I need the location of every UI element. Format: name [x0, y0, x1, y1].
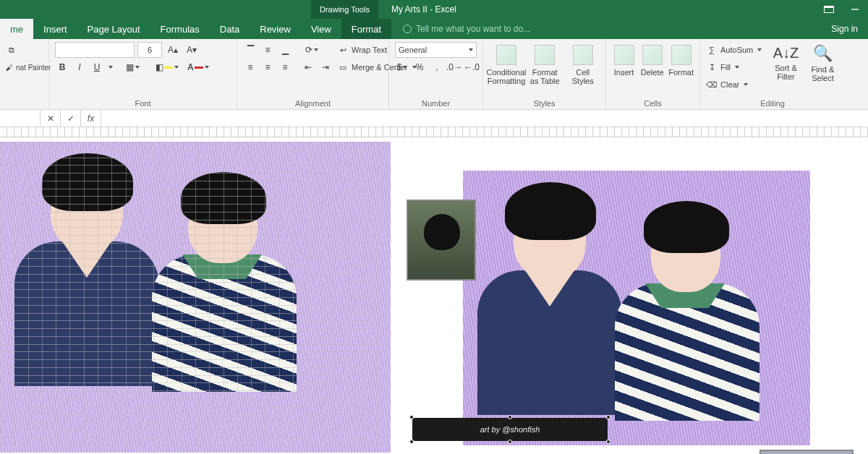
conditional-formatting-icon	[496, 45, 516, 65]
svg-rect-1	[825, 7, 834, 9]
delete-cells-icon	[642, 45, 663, 65]
group-font-label: Font	[55, 98, 231, 108]
group-styles: Conditional Formatting Format as Table C…	[483, 39, 606, 109]
enter-icon[interactable]: ✓	[61, 110, 81, 127]
sort-filter-icon: A↓Z	[773, 45, 799, 61]
fill-color-button[interactable]: ◧	[153, 60, 182, 74]
font-color-icon: A	[187, 62, 194, 72]
format-cells-button[interactable]: Format	[668, 42, 694, 94]
selection-handle[interactable]	[606, 415, 610, 419]
autosum-button[interactable]: ∑ AutoSum	[706, 42, 765, 58]
minimize-icon[interactable]	[842, 0, 868, 19]
fill-button[interactable]: ↧ Fill	[706, 59, 765, 75]
increase-indent-icon[interactable]: ⇥	[318, 60, 333, 74]
selection-handle[interactable]	[508, 440, 512, 444]
font-name-combo[interactable]	[55, 42, 135, 58]
group-number: General $ % , .0→ ←.0 Number	[389, 39, 483, 109]
artwork-selected-shapes[interactable]	[0, 142, 391, 453]
tab-home[interactable]: me	[0, 19, 33, 39]
flower-overlay-icon	[435, 230, 456, 250]
increase-decimal-icon[interactable]: .0→	[447, 60, 461, 74]
underline-button[interactable]: U	[90, 60, 104, 74]
insert-cells-button[interactable]: Insert	[612, 42, 636, 94]
tab-formulas[interactable]: Formulas	[150, 19, 210, 39]
cell-styles-button[interactable]: Cell Styles	[566, 42, 600, 94]
align-bottom-icon[interactable]: ▁	[278, 43, 292, 57]
decrease-font-icon[interactable]: A▾	[184, 43, 200, 57]
group-editing: ∑ AutoSum ↧ Fill ⌫ Clear A↓Z Sort & Filt…	[700, 39, 845, 109]
insert-function-button[interactable]: fx	[81, 110, 101, 127]
sort-filter-button[interactable]: A↓Z Sort & Filter	[770, 42, 802, 94]
eraser-icon: ⌫	[706, 79, 718, 90]
selection-handle[interactable]	[508, 415, 512, 419]
underline-dropdown-icon[interactable]	[109, 66, 113, 69]
horizontal-ruler	[0, 127, 868, 137]
tell-me-search[interactable]: Tell me what you want to do...	[391, 19, 821, 39]
selection-handle[interactable]	[409, 415, 414, 419]
format-as-table-button[interactable]: Format as Table	[528, 42, 562, 94]
format-painter-button[interactable]: 🖌 nat Painter	[6, 59, 43, 75]
bold-button[interactable]: B	[55, 60, 69, 74]
signature-text: art by @shonfish	[480, 425, 540, 434]
number-format-combo[interactable]: General	[395, 42, 477, 58]
tell-me-placeholder: Tell me what you want to do...	[416, 24, 530, 34]
selection-handle[interactable]	[409, 440, 414, 444]
formula-input[interactable]	[101, 110, 868, 127]
reference-photo-bottom[interactable]	[760, 450, 854, 454]
reference-photo-top[interactable]	[407, 200, 476, 280]
artwork-rendered[interactable]	[463, 171, 810, 445]
increase-font-icon[interactable]: A▴	[165, 43, 181, 57]
document-title: My Arts II - Excel	[378, 0, 469, 19]
align-top-icon[interactable]: ▔	[243, 43, 258, 57]
figure-right-person-editing	[0, 142, 391, 453]
tab-insert[interactable]: Insert	[33, 19, 77, 39]
group-clipboard: ⧉ 🖌 nat Painter	[0, 39, 49, 109]
sign-in-link[interactable]: Sign in	[821, 19, 868, 39]
worksheet-canvas[interactable]: art by @shonfish	[0, 127, 868, 454]
tab-page-layout[interactable]: Page Layout	[77, 19, 150, 39]
name-box[interactable]	[0, 110, 41, 127]
italic-button[interactable]: I	[72, 60, 87, 74]
signature-textbox[interactable]: art by @shonfish	[412, 418, 608, 441]
orientation-icon[interactable]: ⟳	[302, 43, 321, 57]
align-middle-icon[interactable]: ≡	[260, 43, 275, 57]
decrease-indent-icon[interactable]: ⇤	[301, 60, 315, 74]
copy-button[interactable]: ⧉	[6, 42, 43, 58]
cancel-icon[interactable]: ✕	[41, 110, 61, 127]
font-color-button[interactable]: A	[184, 60, 212, 74]
group-alignment-label: Alignment	[243, 98, 383, 108]
percent-format-icon[interactable]: %	[412, 60, 427, 74]
ribbon-display-options-icon[interactable]	[816, 0, 842, 19]
lightbulb-icon	[403, 25, 412, 33]
find-select-button[interactable]: 🔍 Find & Select	[807, 42, 839, 94]
selection-handle[interactable]	[606, 440, 610, 444]
cell-styles-icon	[573, 45, 593, 65]
tab-view[interactable]: View	[301, 19, 341, 39]
group-styles-label: Styles	[489, 98, 600, 108]
align-center-icon[interactable]: ≡	[260, 60, 275, 74]
borders-button[interactable]: ▦	[123, 60, 142, 74]
paintbrush-icon: 🖌	[6, 61, 13, 73]
fill-down-icon: ↧	[706, 61, 718, 73]
accounting-format-icon[interactable]: $	[395, 60, 409, 74]
decrease-decimal-icon[interactable]: ←.0	[464, 60, 479, 74]
font-size-combo[interactable]: 6	[137, 42, 162, 58]
group-editing-label: Editing	[706, 98, 839, 108]
conditional-formatting-button[interactable]: Conditional Formatting	[489, 42, 524, 94]
clear-button[interactable]: ⌫ Clear	[706, 77, 765, 93]
comma-format-icon[interactable]: ,	[430, 60, 444, 74]
title-bar: Drawing Tools My Arts II - Excel	[0, 0, 868, 19]
format-cells-icon	[671, 45, 692, 65]
align-right-icon[interactable]: ≡	[278, 60, 292, 74]
tab-format[interactable]: Format	[341, 19, 391, 39]
align-left-icon[interactable]: ≡	[243, 60, 258, 74]
insert-cells-icon	[614, 45, 634, 65]
tab-review[interactable]: Review	[250, 19, 301, 39]
wrap-text-icon: ↩	[337, 44, 349, 56]
group-cells-label: Cells	[612, 98, 694, 108]
copy-icon: ⧉	[6, 44, 17, 56]
delete-cells-button[interactable]: Delete	[640, 42, 664, 94]
contextual-tab-label: Drawing Tools	[311, 0, 378, 19]
tab-data[interactable]: Data	[210, 19, 250, 39]
figure-right-person	[463, 171, 810, 445]
